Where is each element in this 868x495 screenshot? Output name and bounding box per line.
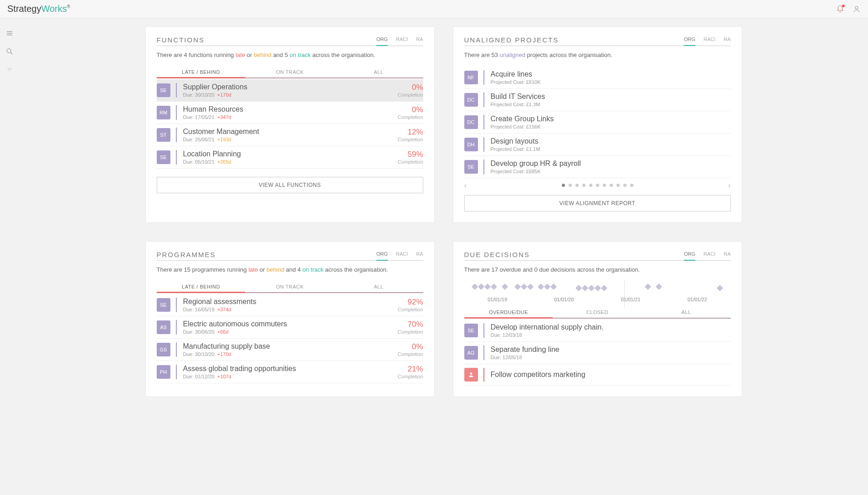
- completion-pct: 0%: [398, 83, 423, 92]
- notification-dot: [842, 5, 845, 7]
- list-item[interactable]: DC Create Group Links Projected Cost: £1…: [464, 111, 731, 134]
- filter-icon[interactable]: [5, 66, 14, 74]
- user-icon[interactable]: [853, 5, 861, 13]
- row-title: Manufacturing supply base: [183, 342, 398, 351]
- list-item[interactable]: DH Design layouts Projected Cost: £1.1M: [464, 134, 731, 156]
- filter-late[interactable]: LATE / BEHIND: [157, 67, 246, 77]
- pager-dot[interactable]: [610, 184, 613, 187]
- avatar: PH: [157, 365, 170, 379]
- row-title: Develop group HR & payroll: [491, 160, 731, 168]
- search-icon[interactable]: [5, 47, 14, 56]
- row-title: Follow competitors marketing: [491, 371, 731, 379]
- tab-ra[interactable]: RA: [724, 36, 730, 44]
- list-item[interactable]: ST Customer Management Due: 25/06/21 +19…: [157, 124, 423, 146]
- logo: StrategyWorks®: [7, 4, 70, 14]
- summary-text: There are 17 overdue and 0 due decisions…: [464, 266, 731, 273]
- pager-dot[interactable]: [562, 184, 565, 187]
- filter-overdue[interactable]: OVERDUE/DUE: [464, 307, 553, 318]
- avatar: ST: [157, 128, 170, 142]
- filter-ontrack[interactable]: ON TRACK: [246, 67, 334, 77]
- list-item[interactable]: RM Human Resources Due: 17/05/21 +347d 0…: [157, 102, 423, 124]
- tab-raci[interactable]: RACI: [704, 36, 715, 44]
- list-item[interactable]: PH Assess global trading opportunities D…: [157, 361, 423, 383]
- row-title: Electric autonomous commuters: [183, 320, 398, 328]
- filter-tabs: LATE / BEHIND ON TRACK ALL: [157, 281, 423, 293]
- pager-dot[interactable]: [596, 184, 599, 187]
- row-subtitle: Projected Cost: £156K: [491, 124, 731, 129]
- pager-prev-icon[interactable]: ‹: [464, 181, 467, 190]
- list-item[interactable]: AG Separate funding line Due: 12/05/18: [464, 342, 731, 364]
- filter-all[interactable]: ALL: [334, 67, 423, 77]
- avatar: SE: [464, 160, 478, 174]
- row-title: Create Group Links: [491, 115, 731, 123]
- tab-raci[interactable]: RACI: [396, 251, 408, 258]
- card-title: FUNCTIONS: [157, 36, 205, 44]
- row-subtitle: Due: 25/06/21 +193d: [183, 137, 398, 142]
- pager-dot[interactable]: [582, 184, 586, 187]
- bell-icon[interactable]: [836, 5, 844, 13]
- row-title: Supplier Operations: [183, 83, 398, 91]
- view-alignment-report-button[interactable]: VIEW ALIGNMENT REPORT: [464, 195, 731, 211]
- filter-late[interactable]: LATE / BEHIND: [157, 281, 246, 292]
- card-title: PROGRAMMES: [157, 251, 216, 258]
- tab-ra[interactable]: RA: [416, 251, 423, 258]
- scope-tabs: ORG RACI RA: [684, 251, 731, 258]
- completion-pct: 21%: [398, 365, 423, 374]
- view-all-functions-button[interactable]: VIEW ALL FUNCTIONS: [157, 177, 423, 193]
- pager-dot[interactable]: [630, 184, 633, 187]
- avatar: SE: [464, 324, 478, 337]
- row-title: Location Planning: [183, 150, 398, 158]
- list-item[interactable]: GS Manufacturing supply base Due: 30/10/…: [157, 339, 423, 361]
- completion-pct: 59%: [398, 150, 423, 159]
- avatar: SE: [157, 150, 170, 164]
- row-subtitle: Due: 12/05/18: [491, 355, 731, 360]
- list-item[interactable]: NF Acquire lines Projected Cost: £810K: [464, 67, 731, 89]
- list-item[interactable]: SE Develop group HR & payroll Projected …: [464, 156, 731, 178]
- completion-label: Completion: [398, 351, 423, 357]
- tab-org[interactable]: ORG: [684, 251, 695, 258]
- completion-label: Completion: [398, 374, 423, 379]
- filter-all[interactable]: ALL: [334, 281, 423, 292]
- scope-tabs: ORG RACI RA: [376, 36, 423, 44]
- menu-icon[interactable]: [5, 29, 14, 37]
- pager-dot[interactable]: [623, 184, 627, 187]
- pager-dot[interactable]: [589, 184, 592, 187]
- completion-label: Completion: [398, 137, 423, 142]
- list-item[interactable]: SE Develop international supply chain. D…: [464, 320, 731, 342]
- topbar: StrategyWorks®: [0, 0, 868, 18]
- svg-point-4: [7, 49, 11, 53]
- tab-ra[interactable]: RA: [724, 251, 730, 258]
- row-subtitle: Projected Cost: £685K: [491, 169, 731, 174]
- tab-raci[interactable]: RACI: [396, 36, 408, 44]
- card-title: UNALIGNED PROJECTS: [464, 36, 559, 44]
- list-item[interactable]: Follow competitors marketing: [464, 364, 731, 386]
- filter-all[interactable]: ALL: [642, 307, 731, 318]
- tab-org[interactable]: ORG: [376, 36, 388, 44]
- pager-dot[interactable]: [569, 184, 572, 187]
- avatar: RM: [157, 106, 170, 119]
- pager-dot[interactable]: [603, 184, 606, 187]
- list-item[interactable]: SE Location Planning Due: 05/10/21 +265d…: [157, 146, 423, 169]
- filter-closed[interactable]: CLOSED: [553, 307, 642, 318]
- avatar: AG: [464, 346, 478, 360]
- list-item[interactable]: DC Build IT Services Projected Cost: £1.…: [464, 89, 731, 111]
- filter-tabs: OVERDUE/DUE CLOSED ALL: [464, 307, 731, 319]
- tab-raci[interactable]: RACI: [704, 251, 715, 258]
- pager-dot[interactable]: [575, 184, 579, 187]
- summary-text: There are 53 unaligned projects across t…: [464, 52, 731, 58]
- list-item[interactable]: AS Electric autonomous commuters Due: 30…: [157, 316, 423, 339]
- svg-line-5: [10, 52, 12, 54]
- tab-org[interactable]: ORG: [684, 36, 695, 44]
- tab-ra[interactable]: RA: [416, 36, 423, 44]
- row-subtitle: Due: 16/05/19 +374d: [183, 307, 398, 312]
- tab-org[interactable]: ORG: [376, 251, 388, 258]
- pager-dot[interactable]: [616, 184, 620, 187]
- avatar: SE: [157, 83, 170, 97]
- list-item[interactable]: SE Regional assessments Due: 16/05/19 +3…: [157, 294, 423, 316]
- svg-point-0: [855, 6, 858, 9]
- completion-label: Completion: [398, 159, 423, 165]
- filter-ontrack[interactable]: ON TRACK: [246, 281, 334, 292]
- row-title: Develop international supply chain.: [491, 323, 731, 331]
- pager-next-icon[interactable]: ›: [728, 181, 730, 190]
- list-item[interactable]: SE Supplier Operations Due: 30/10/20 +17…: [157, 79, 423, 102]
